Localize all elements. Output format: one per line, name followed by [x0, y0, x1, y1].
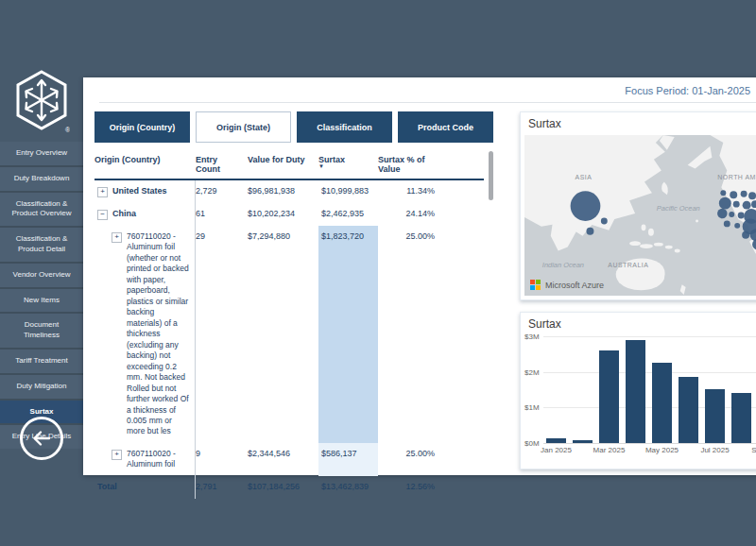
matrix-header-row: Origin (Country) Entry Count Value for D… — [94, 153, 484, 180]
sidebar-item-classification-product-detail[interactable]: Classification & Product Detail — [0, 228, 83, 262]
matrix-total-row[interactable]: Total2,791$107,184,256$13,462,83912.56% — [94, 476, 484, 499]
row-header-cell: +7607110020 - Aluminum foil (whether or … — [94, 226, 196, 443]
surtax-cell: $586,137 — [318, 443, 378, 476]
map-label-australia: AUSTRALIA — [608, 262, 648, 268]
surtax-bubble[interactable] — [729, 212, 734, 217]
entry-count-cell: 29 — [196, 226, 248, 443]
matrix-scrollbar[interactable] — [489, 151, 493, 200]
expand-icon[interactable]: + — [112, 232, 122, 243]
back-button[interactable] — [20, 417, 63, 460]
surtax-bubble[interactable] — [730, 191, 737, 198]
sidebar-item-entry-overview[interactable]: Entry Overview — [0, 142, 83, 165]
x-axis-tick-label: Sep 2025 — [751, 446, 756, 454]
bar-jul-2025[interactable] — [705, 389, 725, 443]
surtax-pct-cell: 24.14% — [378, 203, 437, 226]
surtax-bubble[interactable] — [724, 220, 730, 227]
surtax-cell: $1,823,720 — [318, 226, 378, 443]
bar-jun-2025[interactable] — [679, 377, 698, 443]
x-axis-tick-label: Jul 2025 — [700, 446, 729, 454]
value-for-duty-cell: $10,202,234 — [248, 203, 318, 226]
bar-jan-2025[interactable] — [546, 438, 566, 443]
sidebar-item-document-timeliness[interactable]: Document Timeliness — [0, 314, 83, 348]
view-tabs: Origin (Country)Origin (State)Classifica… — [94, 111, 493, 143]
map-label-asia: ASIA — [576, 174, 593, 180]
surtax-bubble[interactable] — [742, 231, 749, 239]
sort-descending-icon: ▼ — [318, 164, 374, 169]
azure-map[interactable]: ASIA NORTH AMERICA Pacific Ocean Indian … — [524, 135, 756, 296]
map-label-indian-ocean: Indian Ocean — [542, 261, 584, 269]
row-label: Total — [97, 482, 191, 493]
sidebar-item-vendor-overview[interactable]: Vendor Overview — [0, 264, 83, 287]
matrix-row[interactable]: +United States2,729$96,981,938$10,999,88… — [94, 180, 484, 203]
surtax-bubble[interactable] — [571, 191, 601, 221]
surtax-bubble[interactable] — [601, 217, 608, 224]
column-header-value-for-duty[interactable]: Value for Duty — [248, 153, 318, 179]
tab-origin-state-[interactable]: Origin (State) — [196, 111, 291, 143]
focus-period-label: Focus Period: 01-Jan-2025 — [625, 85, 750, 96]
column-header-entry-count[interactable]: Entry Count — [196, 153, 248, 179]
y-axis-tick-label: $1M — [524, 403, 540, 412]
header-divider — [99, 102, 756, 103]
surtax-pct-cell: 25.00% — [378, 443, 437, 476]
collapse-icon[interactable]: − — [97, 210, 108, 220]
matrix-row[interactable]: +7607110020 - Aluminum foil9$2,344,546$5… — [94, 443, 484, 476]
sidebar-nav: Entry OverviewDuty BreakdownClassificati… — [0, 142, 83, 449]
sidebar-item-duty-mitigation[interactable]: Duty Mitigation — [0, 375, 83, 399]
column-header-surtax[interactable]: Surtax ▼ — [318, 153, 378, 179]
sidebar-item-duty-breakdown[interactable]: Duty Breakdown — [0, 167, 83, 191]
surtax-cell: $13,462,839 — [318, 476, 378, 499]
sidebar: ® Entry OverviewDuty BreakdownClassifica… — [0, 0, 83, 546]
bar-chart-plot: $0M$1M$2M$3M — [521, 336, 756, 443]
surtax-matrix: Origin (Country) Entry Count Value for D… — [94, 153, 484, 499]
row-header-cell: +United States — [94, 180, 196, 203]
tab-origin-country-[interactable]: Origin (Country) — [94, 111, 190, 143]
matrix-row[interactable]: +7607110020 - Aluminum foil (whether or … — [94, 226, 484, 443]
surtax-bubble[interactable] — [720, 190, 726, 196]
value-for-duty-cell: $107,184,256 — [248, 476, 318, 499]
surtax-bubble[interactable] — [586, 228, 593, 235]
report-canvas: Focus Period: 01-Jan-2025 Origin (Countr… — [83, 77, 756, 475]
bar-apr-2025[interactable] — [626, 340, 645, 443]
sidebar-item-tariff-treatment[interactable]: Tariff Treatment — [0, 350, 83, 373]
surtax-bubble[interactable] — [719, 197, 731, 210]
sidebar-item-classification-product-overview[interactable]: Classification & Product Overview — [0, 193, 83, 227]
entry-count-cell: 2,791 — [196, 476, 248, 499]
surtax-bubble[interactable] — [748, 192, 756, 199]
entry-count-cell: 9 — [196, 443, 248, 476]
gridline — [543, 443, 756, 444]
tab-classification[interactable]: Classification — [297, 111, 392, 143]
surtax-bubble[interactable] — [734, 223, 740, 229]
surtax-bubble[interactable] — [738, 213, 745, 219]
bar-series — [546, 336, 751, 443]
svg-text:®: ® — [65, 127, 70, 133]
surtax-bubble[interactable] — [741, 191, 747, 197]
x-axis-tick-label: May 2025 — [645, 446, 679, 454]
azure-attribution-label: Microsoft Azure — [545, 281, 604, 290]
microsoft-logo-icon — [530, 280, 541, 290]
sidebar-item-new-items[interactable]: New Items — [0, 289, 83, 313]
tab-product-code[interactable]: Product Code — [398, 111, 493, 143]
column-header-origin-country[interactable]: Origin (Country) — [94, 153, 196, 179]
bar-may-2025[interactable] — [652, 363, 672, 443]
expand-icon[interactable]: + — [112, 450, 122, 460]
matrix-row[interactable]: −China61$10,202,234$2,462,93524.14% — [94, 203, 484, 226]
entry-count-cell: 2,729 — [196, 180, 248, 203]
expand-icon[interactable]: + — [97, 187, 108, 197]
surtax-bubble[interactable] — [743, 201, 751, 210]
row-label: China — [112, 209, 191, 220]
map-card-title: Surtax — [528, 117, 561, 130]
row-label: 7607110020 - Aluminum foil (whether or n… — [127, 231, 191, 437]
company-logo-icon: ® — [13, 68, 70, 138]
row-header-cell: Total — [94, 476, 196, 499]
y-axis-tick-label: $3M — [524, 333, 540, 341]
row-label: 7607110020 - Aluminum foil — [127, 449, 191, 470]
value-for-duty-cell: $7,294,880 — [248, 226, 318, 443]
entry-count-cell: 61 — [196, 203, 248, 226]
surtax-bubble[interactable] — [733, 201, 740, 208]
bar-feb-2025[interactable] — [573, 440, 593, 443]
column-header-surtax-pct[interactable]: Surtax % of Value — [378, 153, 437, 179]
bar-mar-2025[interactable] — [599, 350, 619, 443]
bar-aug-2025[interactable] — [731, 393, 751, 443]
surtax-cell: $10,999,883 — [318, 180, 378, 203]
surtax-bubble[interactable] — [717, 209, 728, 218]
